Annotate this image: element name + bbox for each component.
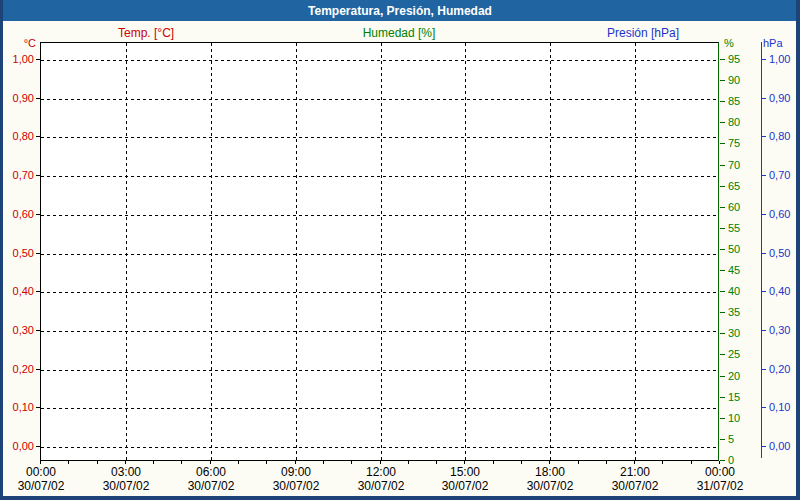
temperature-tick — [36, 98, 40, 99]
legend-pressure: Presión [hPa] — [583, 26, 703, 40]
x-time-label: 12:00 — [366, 466, 396, 479]
legend-temperature: Temp. [°C] — [118, 26, 174, 40]
humidity-tick-label: 75 — [728, 137, 740, 149]
x-minor-tick — [691, 461, 692, 464]
pressure-tick — [761, 291, 766, 292]
humidity-tick — [720, 207, 725, 208]
legend-humidity: Humedad [%] — [343, 26, 455, 40]
x-minor-tick — [464, 461, 465, 464]
h-gridline — [41, 60, 718, 61]
pressure-tick — [761, 175, 766, 176]
x-time-label: 03:00 — [111, 466, 141, 479]
pressure-tick — [761, 136, 766, 137]
pressure-tick — [761, 369, 766, 370]
humidity-axis-unit: % — [724, 37, 734, 49]
x-time-label: 09:00 — [281, 466, 311, 479]
humidity-tick-label: 95 — [728, 53, 740, 65]
temperature-tick — [36, 330, 40, 331]
humidity-tick — [720, 80, 725, 81]
temperature-tick-label: 0,60 — [3, 208, 34, 220]
temperature-tick-label: 0,50 — [3, 247, 34, 259]
x-minor-tick — [68, 461, 69, 464]
humidity-tick-label: 60 — [728, 201, 740, 213]
h-gridline — [41, 176, 718, 177]
temperature-tick — [36, 446, 40, 447]
x-time-label: 21:00 — [620, 466, 650, 479]
x-minor-tick — [153, 461, 154, 464]
humidity-tick — [720, 122, 725, 123]
chart-window: Temperatura, Presión, Humedad Temp. [°C]… — [0, 0, 800, 500]
humidity-tick — [720, 397, 725, 398]
h-gridline — [41, 408, 718, 409]
temperature-tick — [36, 214, 40, 215]
h-gridline — [41, 215, 718, 216]
x-minor-tick — [266, 461, 267, 464]
x-minor-tick — [549, 461, 550, 464]
v-gridline — [211, 43, 212, 460]
temperature-tick-label: 0,10 — [3, 401, 34, 413]
h-gridline — [41, 99, 718, 100]
x-date-label: 30/07/02 — [188, 480, 235, 493]
x-minor-tick — [662, 461, 663, 464]
temperature-tick-label: 1,00 — [3, 53, 34, 65]
x-date-label: 30/07/02 — [103, 480, 150, 493]
x-minor-tick — [40, 461, 41, 464]
humidity-tick — [720, 376, 725, 377]
temperature-tick — [36, 369, 40, 370]
pressure-tick-label: 1,00 — [769, 53, 790, 65]
x-minor-tick — [238, 461, 239, 464]
x-date-label: 30/07/02 — [18, 480, 65, 493]
humidity-tick — [720, 291, 725, 292]
humidity-tick-label: 85 — [728, 95, 740, 107]
x-minor-tick — [634, 461, 635, 464]
humidity-tick-label: 50 — [728, 243, 740, 255]
x-date-label: 30/07/02 — [273, 480, 320, 493]
x-minor-tick — [606, 461, 607, 464]
humidity-tick-label: 10 — [728, 412, 740, 424]
x-minor-tick — [521, 461, 522, 464]
x-minor-tick — [578, 461, 579, 464]
v-gridline — [550, 43, 551, 460]
v-gridline — [126, 43, 127, 460]
temperature-tick — [36, 291, 40, 292]
temperature-tick-label: 0,30 — [3, 324, 34, 336]
x-time-label: 18:00 — [535, 466, 565, 479]
humidity-tick — [720, 165, 725, 166]
humidity-tick-label: 55 — [728, 222, 740, 234]
v-gridline — [635, 43, 636, 460]
v-gridline — [381, 43, 382, 460]
temperature-tick-label: 0,40 — [3, 285, 34, 297]
window-title: Temperatura, Presión, Humedad — [0, 0, 800, 21]
humidity-tick — [720, 101, 725, 102]
x-minor-tick — [323, 461, 324, 464]
humidity-tick-label: 5 — [728, 433, 734, 445]
x-minor-tick — [97, 461, 98, 464]
v-gridline — [296, 43, 297, 460]
pressure-tick-label: 0,70 — [769, 169, 790, 181]
pressure-tick — [761, 59, 766, 60]
h-gridline — [41, 292, 718, 293]
x-date-label: 31/07/02 — [697, 480, 744, 493]
temperature-axis-unit: °C — [3, 37, 36, 49]
temperature-tick-label: 0,70 — [3, 169, 34, 181]
pressure-tick — [761, 446, 766, 447]
x-date-label: 30/07/02 — [442, 480, 489, 493]
humidity-tick — [720, 439, 725, 440]
x-date-label: 30/07/02 — [358, 480, 405, 493]
pressure-tick-label: 0,50 — [769, 247, 790, 259]
humidity-tick-label: 35 — [728, 306, 740, 318]
x-date-label: 30/07/02 — [527, 480, 574, 493]
pressure-tick-label: 0,60 — [769, 208, 790, 220]
h-gridline — [41, 331, 718, 332]
temperature-tick-label: 0,80 — [3, 130, 34, 142]
humidity-tick — [720, 312, 725, 313]
humidity-tick — [720, 460, 725, 461]
x-minor-tick — [380, 461, 381, 464]
pressure-tick-label: 0,80 — [769, 130, 790, 142]
humidity-tick-label: 80 — [728, 116, 740, 128]
humidity-tick-label: 25 — [728, 348, 740, 360]
x-time-label: 15:00 — [450, 466, 480, 479]
x-time-label: 06:00 — [196, 466, 226, 479]
humidity-tick-label: 30 — [728, 327, 740, 339]
h-gridline — [41, 254, 718, 255]
